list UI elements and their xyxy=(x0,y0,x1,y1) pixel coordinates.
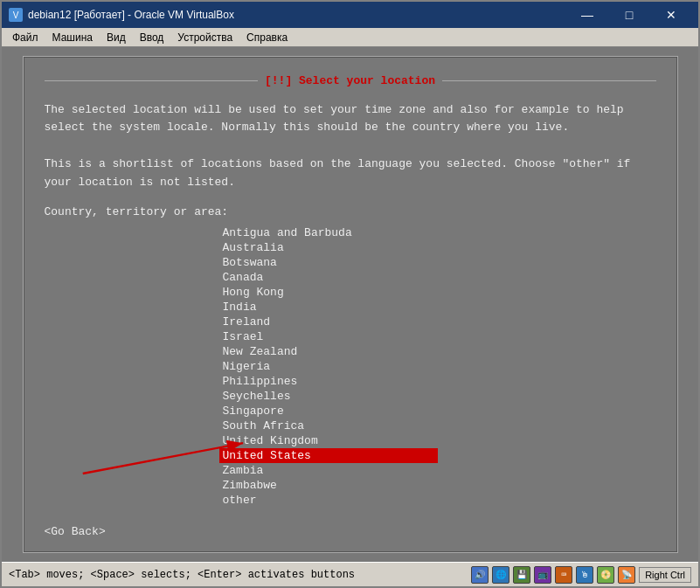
desc-line5: your location is not listed. xyxy=(45,174,656,192)
menu-devices[interactable]: Устройства xyxy=(170,28,239,46)
svg-line-1 xyxy=(82,444,242,474)
tray-icon-6: 🖱 xyxy=(576,566,593,584)
status-hint: <Tab> moves; <Space> selects; <Enter> ac… xyxy=(9,569,355,581)
app-icon: V xyxy=(9,8,23,22)
maximize-button[interactable]: □ xyxy=(609,2,649,28)
menu-help[interactable]: Справка xyxy=(239,28,295,46)
country-item-13[interactable]: South Africa xyxy=(219,419,438,433)
country-item-9[interactable]: Nigeria xyxy=(219,359,438,374)
tray-icon-4: 📺 xyxy=(534,566,551,584)
country-item-7[interactable]: Israel xyxy=(219,329,438,344)
status-icons: 🔊 🌐 💾 📺 ⌨ 🖱 📀 📡 Right Ctrl xyxy=(471,566,691,584)
desc-line2: select the system locale. Normally this … xyxy=(45,119,656,137)
arrow-area xyxy=(45,225,219,508)
status-bar: <Tab> moves; <Space> selects; <Enter> ac… xyxy=(2,562,698,586)
country-item-6[interactable]: Ireland xyxy=(219,315,438,329)
country-item-18[interactable]: other xyxy=(219,493,438,508)
country-item-11[interactable]: Seychelles xyxy=(219,389,438,404)
tray-icon-3: 💾 xyxy=(513,566,530,584)
dialog-title-line: [!!] Select your location xyxy=(45,74,656,87)
menu-input[interactable]: Ввод xyxy=(133,28,171,46)
menu-file[interactable]: Файл xyxy=(5,28,45,46)
country-item-2[interactable]: Botswana xyxy=(219,255,438,270)
description: The selected location will be used to se… xyxy=(45,101,656,192)
go-back-button[interactable]: <Go Back> xyxy=(45,525,656,538)
menu-machine[interactable]: Машина xyxy=(45,28,100,46)
country-item-4[interactable]: Hong Kong xyxy=(219,285,438,300)
minimize-button[interactable]: — xyxy=(567,2,607,28)
tray-icon-7: 📀 xyxy=(597,566,614,584)
country-item-12[interactable]: Singapore xyxy=(219,404,438,419)
title-bar: V debian12 [Работает] - Oracle VM Virtua… xyxy=(2,2,698,28)
desc-line1: The selected location will be used to se… xyxy=(45,101,656,120)
country-item-8[interactable]: New Zealand xyxy=(219,344,438,359)
title-bar-left: V debian12 [Работает] - Oracle VM Virtua… xyxy=(9,8,234,22)
close-button[interactable]: ✕ xyxy=(651,2,691,28)
country-list-container: Antigua and BarbudaAustraliaBotswanaCana… xyxy=(45,225,656,508)
selection-arrow xyxy=(62,435,272,483)
country-item-0[interactable]: Antigua and Barbuda xyxy=(219,225,438,240)
tray-icon-2: 🌐 xyxy=(492,566,509,584)
dialog-title: [!!] Select your location xyxy=(258,74,442,87)
window-title: debian12 [Работает] - Oracle VM VirtualB… xyxy=(28,9,234,21)
dialog-wrapper: [!!] Select your location The selected l… xyxy=(5,51,695,558)
desc-line4: This is a shortlist of locations based o… xyxy=(45,156,656,174)
location-dialog: [!!] Select your location The selected l… xyxy=(23,56,678,554)
menu-view[interactable]: Вид xyxy=(100,28,133,46)
country-item-3[interactable]: Canada xyxy=(219,270,438,285)
country-label: Country, territory or area: xyxy=(45,205,656,218)
country-item-10[interactable]: Philippines xyxy=(219,374,438,389)
tray-icon-5: ⌨ xyxy=(555,566,572,584)
country-item-5[interactable]: India xyxy=(219,300,438,315)
tray-icon-8: 📡 xyxy=(618,566,635,584)
right-ctrl-badge: Right Ctrl xyxy=(639,567,691,583)
title-line-right xyxy=(442,80,655,81)
vm-screen: [!!] Select your location The selected l… xyxy=(2,47,698,562)
title-line-left xyxy=(45,80,258,81)
title-bar-controls: — □ ✕ xyxy=(567,2,691,28)
menu-bar: Файл Машина Вид Ввод Устройства Справка xyxy=(2,28,698,47)
country-item-1[interactable]: Australia xyxy=(219,240,438,255)
tray-icon-1: 🔊 xyxy=(471,566,489,584)
main-window: V debian12 [Работает] - Oracle VM Virtua… xyxy=(0,0,700,588)
